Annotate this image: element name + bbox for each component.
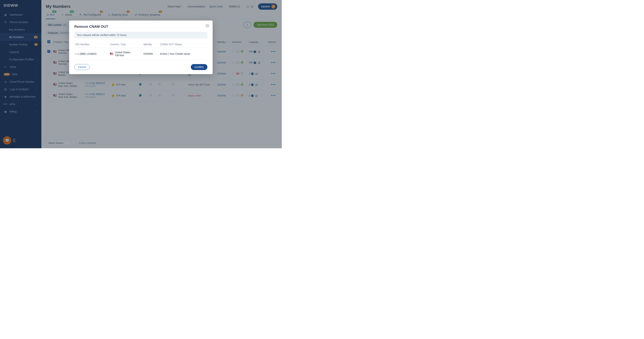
modal-identity[interactable]: DIDWW [143, 48, 159, 60]
modal-col-did: DID Number [74, 41, 109, 48]
cancel-button[interactable]: Cancel [74, 64, 90, 70]
modal-status: Active | Your CNAM name [159, 48, 208, 60]
modal-col-country: Country / City [109, 41, 143, 48]
remove-cnam-modal: ✕ Remove CNAM OUT Your request will be v… [69, 20, 212, 74]
modal-overlay[interactable]: ✕ Remove CNAM OUT Your request will be v… [0, 0, 282, 148]
modal-country: United StatesToll-free [109, 48, 143, 60]
modal-actions: Cancel Confirm [74, 64, 208, 70]
modal-info: Your request will be verified within 72 … [74, 32, 208, 38]
modal-col-status: CNAM OUT Status [159, 41, 208, 48]
modal-table: DID Number Country / City Identity CNAM … [74, 41, 208, 60]
close-button[interactable]: ✕ [206, 24, 209, 27]
confirm-button[interactable]: Confirm [191, 64, 208, 70]
modal-did: + 1 (888) 1234620 [74, 48, 109, 60]
flag-icon [110, 53, 113, 55]
modal-col-identity: Identity [143, 41, 159, 48]
modal-row: + 1 (888) 1234620 United StatesToll-free… [74, 48, 208, 60]
modal-title: Remove CNAM OUT [74, 24, 208, 29]
close-icon: ✕ [206, 24, 208, 27]
